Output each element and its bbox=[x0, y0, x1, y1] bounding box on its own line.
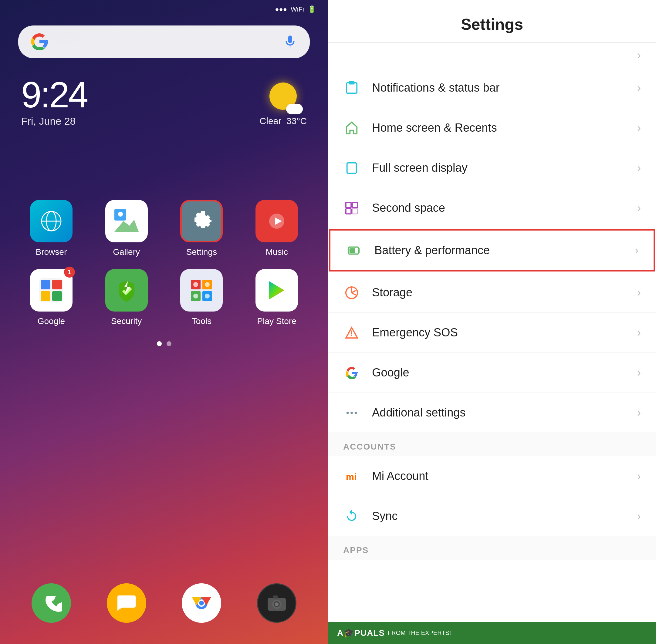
settings-header: Settings bbox=[328, 0, 656, 43]
settings-homescreen[interactable]: Home screen & Recents › bbox=[328, 108, 656, 148]
playstore-icon-bg bbox=[255, 269, 298, 312]
weather-block: Clear 33°C bbox=[260, 83, 307, 126]
page-dots bbox=[0, 341, 328, 346]
camera-icon bbox=[257, 583, 296, 623]
storage-label: Storage bbox=[372, 286, 637, 299]
emergency-icon bbox=[343, 324, 360, 341]
storage-icon-svg bbox=[345, 286, 359, 300]
app-gallery[interactable]: Gallery bbox=[93, 200, 160, 257]
cloud-overlay bbox=[286, 104, 303, 114]
playstore-icon-svg bbox=[265, 278, 289, 302]
google-icon bbox=[343, 364, 360, 381]
settings-emergency[interactable]: Emergency SOS › bbox=[328, 313, 656, 353]
emergency-icon-svg bbox=[345, 326, 359, 340]
phone-icon-svg bbox=[41, 593, 62, 614]
svg-point-18 bbox=[193, 282, 198, 287]
google-app-icon-bg: 1 bbox=[30, 269, 72, 312]
storage-chevron: › bbox=[637, 286, 641, 299]
home-icon bbox=[343, 119, 360, 136]
app-security[interactable]: Security bbox=[93, 269, 160, 326]
svg-point-19 bbox=[205, 282, 210, 287]
svg-rect-40 bbox=[349, 248, 355, 253]
gallery-icon-bg bbox=[105, 200, 148, 243]
notification-badge: 1 bbox=[64, 267, 75, 278]
emergency-label: Emergency SOS bbox=[372, 326, 637, 339]
settings-additional[interactable]: Additional settings › bbox=[328, 393, 656, 433]
svg-point-25 bbox=[199, 601, 204, 605]
browser-label: Browser bbox=[36, 247, 67, 257]
phone-icon bbox=[31, 583, 71, 623]
music-label: Music bbox=[266, 247, 288, 257]
svg-point-44 bbox=[355, 412, 357, 414]
svg-rect-38 bbox=[352, 208, 357, 213]
home-icon-svg bbox=[345, 121, 359, 135]
svg-point-41 bbox=[351, 335, 352, 336]
accounts-section-header: ACCOUNTS bbox=[328, 433, 656, 456]
settings-storage[interactable]: Storage › bbox=[328, 273, 656, 313]
playstore-label: Play Store bbox=[257, 316, 296, 326]
appuals-tagline: FROM THE EXPERTS! bbox=[388, 629, 451, 637]
app-tools[interactable]: Tools bbox=[169, 269, 235, 326]
mi-icon: mi bbox=[343, 468, 360, 484]
app-music[interactable]: Music bbox=[244, 200, 310, 257]
messages-icon-svg bbox=[116, 593, 137, 614]
svg-point-7 bbox=[118, 212, 123, 216]
svg-rect-12 bbox=[41, 291, 50, 301]
settings-secondspace[interactable]: Second space › bbox=[328, 188, 656, 228]
settings-mi-account[interactable]: mi Mi Account › bbox=[328, 456, 656, 496]
settings-fullscreen[interactable]: Full screen display › bbox=[328, 148, 656, 188]
time-block: 9:24 Fri, June 28 bbox=[21, 76, 87, 127]
chrome-icon bbox=[182, 583, 221, 623]
tools-icon-svg bbox=[189, 278, 213, 302]
mi-account-label: Mi Account bbox=[372, 469, 637, 483]
svg-rect-34 bbox=[347, 163, 356, 173]
truncated-item[interactable]: › bbox=[328, 43, 656, 68]
sync-icon-svg bbox=[345, 509, 359, 523]
notifications-chevron: › bbox=[637, 82, 641, 94]
fullscreen-chevron: › bbox=[637, 162, 641, 175]
svg-rect-35 bbox=[346, 202, 351, 207]
notifications-icon bbox=[343, 79, 360, 96]
svg-point-30 bbox=[275, 602, 278, 606]
dock-messages[interactable] bbox=[93, 583, 160, 623]
emergency-chevron: › bbox=[637, 326, 641, 339]
dock-camera[interactable] bbox=[244, 583, 310, 623]
app-row2: 1 Google bbox=[0, 257, 328, 326]
google-chevron: › bbox=[637, 366, 641, 379]
sync-icon bbox=[343, 508, 360, 525]
camera-icon-svg bbox=[266, 593, 287, 614]
app-google[interactable]: 1 Google bbox=[18, 269, 84, 326]
dot-1 bbox=[157, 341, 162, 346]
mi-icon-svg: mi bbox=[345, 469, 359, 483]
appuals-watermark: A🎓PUALS FROM THE EXPERTS! bbox=[328, 622, 656, 644]
time-weather: 9:24 Fri, June 28 Clear 33°C bbox=[0, 58, 328, 127]
status-icons: ●●● WiFi 🔋 bbox=[275, 5, 316, 13]
dock bbox=[0, 571, 328, 635]
app-settings[interactable]: Settings bbox=[169, 200, 235, 257]
settings-battery[interactable]: Battery & performance › bbox=[329, 229, 655, 272]
settings-google[interactable]: Google › bbox=[328, 353, 656, 393]
app-playstore[interactable]: Play Store bbox=[244, 269, 310, 326]
battery-icon bbox=[346, 242, 362, 259]
phone-screen: ●●● WiFi 🔋 9:24 Fri, June 28 bbox=[0, 0, 328, 644]
mi-account-chevron: › bbox=[637, 470, 641, 483]
app-browser[interactable]: Browser bbox=[18, 200, 84, 257]
security-icon-bg bbox=[105, 269, 148, 312]
mic-icon[interactable] bbox=[282, 34, 298, 49]
settings-sync[interactable]: Sync › bbox=[328, 496, 656, 536]
battery-chevron: › bbox=[635, 244, 638, 257]
secondspace-chevron: › bbox=[637, 202, 641, 214]
appuals-text: A🎓PUALS bbox=[337, 628, 385, 638]
dock-phone[interactable] bbox=[18, 583, 84, 623]
settings-title: Settings bbox=[340, 15, 644, 33]
svg-text:mi: mi bbox=[346, 472, 357, 482]
svg-rect-13 bbox=[52, 291, 62, 301]
dock-chrome[interactable] bbox=[169, 583, 235, 623]
browser-icon-svg bbox=[39, 209, 63, 233]
truncated-chevron: › bbox=[637, 49, 641, 62]
notifications-label: Notifications & status bar bbox=[372, 81, 637, 94]
search-bar[interactable] bbox=[18, 25, 310, 58]
settings-notifications[interactable]: Notifications & status bar › bbox=[328, 68, 656, 108]
settings-list: Notifications & status bar › Home screen… bbox=[328, 68, 656, 622]
weather-icon bbox=[269, 83, 297, 110]
